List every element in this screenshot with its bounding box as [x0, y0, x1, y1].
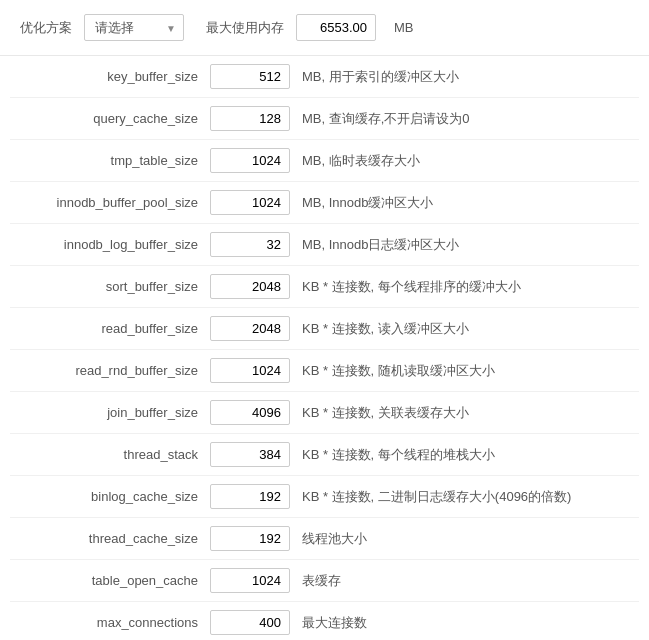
param-value-input[interactable] [210, 64, 290, 89]
table-row: read_rnd_buffer_sizeKB * 连接数, 随机读取缓冲区大小 [10, 350, 639, 392]
param-name: read_rnd_buffer_size [10, 363, 210, 378]
param-value-input[interactable] [210, 274, 290, 299]
param-desc: MB, Innodb缓冲区大小 [290, 194, 639, 212]
param-name: query_cache_size [10, 111, 210, 126]
param-value-input[interactable] [210, 106, 290, 131]
param-desc: KB * 连接数, 二进制日志缓存大小(4096的倍数) [290, 488, 639, 506]
param-desc: MB, 用于索引的缓冲区大小 [290, 68, 639, 86]
param-name: innodb_log_buffer_size [10, 237, 210, 252]
optimization-label: 优化方案 [20, 19, 72, 37]
param-value-input[interactable] [210, 190, 290, 215]
param-desc: KB * 连接数, 每个线程的堆栈大小 [290, 446, 639, 464]
param-name: max_connections [10, 615, 210, 630]
param-value-input[interactable] [210, 484, 290, 509]
param-desc: 表缓存 [290, 572, 639, 590]
param-name: innodb_buffer_pool_size [10, 195, 210, 210]
table-row: table_open_cache表缓存 [10, 560, 639, 602]
table-row: query_cache_sizeMB, 查询缓存,不开启请设为0 [10, 98, 639, 140]
param-value-input[interactable] [210, 232, 290, 257]
param-desc: MB, 查询缓存,不开启请设为0 [290, 110, 639, 128]
table-row: join_buffer_sizeKB * 连接数, 关联表缓存大小 [10, 392, 639, 434]
param-desc: 线程池大小 [290, 530, 639, 548]
table-row: max_connections最大连接数 [10, 602, 639, 640]
param-desc: 最大连接数 [290, 614, 639, 632]
param-name: table_open_cache [10, 573, 210, 588]
table-row: innodb_log_buffer_sizeMB, Innodb日志缓冲区大小 [10, 224, 639, 266]
param-name: thread_cache_size [10, 531, 210, 546]
param-name: sort_buffer_size [10, 279, 210, 294]
params-table: key_buffer_sizeMB, 用于索引的缓冲区大小query_cache… [0, 56, 649, 640]
table-row: binlog_cache_sizeKB * 连接数, 二进制日志缓存大小(409… [10, 476, 639, 518]
param-name: binlog_cache_size [10, 489, 210, 504]
param-desc: KB * 连接数, 随机读取缓冲区大小 [290, 362, 639, 380]
param-value-input[interactable] [210, 358, 290, 383]
max-mem-label: 最大使用内存 [206, 19, 284, 37]
param-name: read_buffer_size [10, 321, 210, 336]
table-row: sort_buffer_sizeKB * 连接数, 每个线程排序的缓冲大小 [10, 266, 639, 308]
optimization-select[interactable]: 请选择 [84, 14, 184, 41]
param-desc: MB, Innodb日志缓冲区大小 [290, 236, 639, 254]
table-row: read_buffer_sizeKB * 连接数, 读入缓冲区大小 [10, 308, 639, 350]
param-desc: KB * 连接数, 每个线程排序的缓冲大小 [290, 278, 639, 296]
top-bar: 优化方案 请选择 ▼ 最大使用内存 MB [0, 0, 649, 56]
table-row: key_buffer_sizeMB, 用于索引的缓冲区大小 [10, 56, 639, 98]
param-value-input[interactable] [210, 400, 290, 425]
param-name: join_buffer_size [10, 405, 210, 420]
table-row: tmp_table_sizeMB, 临时表缓存大小 [10, 140, 639, 182]
param-desc: KB * 连接数, 读入缓冲区大小 [290, 320, 639, 338]
max-mem-unit: MB [394, 20, 414, 35]
param-name: tmp_table_size [10, 153, 210, 168]
table-row: thread_cache_size线程池大小 [10, 518, 639, 560]
param-desc: MB, 临时表缓存大小 [290, 152, 639, 170]
param-name: thread_stack [10, 447, 210, 462]
param-value-input[interactable] [210, 148, 290, 173]
param-desc: KB * 连接数, 关联表缓存大小 [290, 404, 639, 422]
param-name: key_buffer_size [10, 69, 210, 84]
optimization-select-wrapper[interactable]: 请选择 ▼ [84, 14, 184, 41]
param-value-input[interactable] [210, 568, 290, 593]
table-row: thread_stackKB * 连接数, 每个线程的堆栈大小 [10, 434, 639, 476]
param-value-input[interactable] [210, 526, 290, 551]
param-value-input[interactable] [210, 442, 290, 467]
table-row: innodb_buffer_pool_sizeMB, Innodb缓冲区大小 [10, 182, 639, 224]
param-value-input[interactable] [210, 316, 290, 341]
max-mem-input[interactable] [296, 14, 376, 41]
param-value-input[interactable] [210, 610, 290, 635]
